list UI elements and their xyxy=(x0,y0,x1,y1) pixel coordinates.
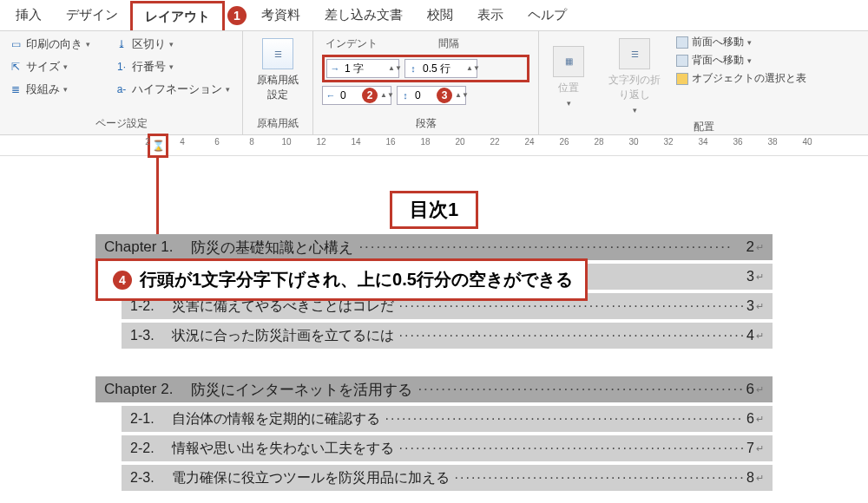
spin-right-indent[interactable]: ← 2 ▲▼ xyxy=(322,86,391,105)
input-right-indent[interactable] xyxy=(339,89,359,101)
btn-send-backward[interactable]: 背面へ移動▾ xyxy=(676,53,806,68)
menu-help[interactable]: ヘルプ xyxy=(516,2,579,29)
ruler-tick: 8 xyxy=(249,137,254,147)
chevron-down-icon: ▾ xyxy=(169,40,174,49)
chevron-down-icon: ▾ xyxy=(63,85,68,94)
input-left-indent[interactable] xyxy=(343,62,388,75)
input-before-spacing[interactable] xyxy=(421,62,466,75)
ruler-tick: 38 xyxy=(767,137,777,147)
toc-page: 7 xyxy=(743,441,754,456)
menu-insert[interactable]: 挿入 xyxy=(3,2,54,29)
callout-2: 2 xyxy=(362,88,378,103)
menu-design[interactable]: デザイン xyxy=(54,2,130,29)
group-label-paragraph: 段落 xyxy=(319,114,533,133)
toc-lead: Chapter 1. xyxy=(104,238,173,256)
group-label-page-setup: ページ設定 xyxy=(5,114,237,133)
ribbon: ▭印刷の向き▾ ⇱サイズ▾ ≣段組み▾ ⤓区切り▾ 1·行番号▾ a-ハイフネー… xyxy=(0,31,868,135)
indent-left-icon: → xyxy=(327,59,343,78)
chevron-down-icon: ▾ xyxy=(567,99,571,108)
columns-icon: ≣ xyxy=(9,82,23,96)
callout-3: 3 xyxy=(437,88,452,103)
btn-bring-forward[interactable]: 前面へ移動▾ xyxy=(676,35,806,49)
ruler[interactable]: ⌛ 246810121416182022242628303234363840 xyxy=(0,135,868,156)
indent-marker[interactable]: ⌛ xyxy=(148,134,168,158)
chevron-down-icon: ▾ xyxy=(633,106,637,114)
bring-forward-icon xyxy=(676,36,688,49)
ruler-tick: 32 xyxy=(663,137,673,147)
menu-view[interactable]: 表示 xyxy=(465,2,516,29)
position-icon: ▦ xyxy=(553,46,584,77)
chevron-down-icon: ▾ xyxy=(169,62,174,71)
btn-manuscript[interactable]: ☰ 原稿用紙 設定 xyxy=(248,35,307,106)
toc-lead: Chapter 2. xyxy=(104,381,173,398)
spinner-arrows[interactable]: ▲▼ xyxy=(388,65,398,72)
spacing-after-icon: ↕ xyxy=(398,86,413,105)
annotation-text: 行頭が1文字分字下げされ、上に0.5行分の空きができる xyxy=(140,268,573,291)
toc-heading-box: 目次1 xyxy=(95,191,773,229)
menu-references[interactable]: 考資料 xyxy=(249,2,312,29)
ruler-tick: 34 xyxy=(698,137,707,147)
spin-left-indent[interactable]: → ▲▼ xyxy=(326,59,399,78)
chevron-down-icon: ▾ xyxy=(86,40,90,49)
ruler-tick: 10 xyxy=(281,137,291,147)
btn-line-numbers[interactable]: 1·行番号▾ xyxy=(111,57,233,76)
toc-chapter-line: Chapter 2. 防災にインターネットを活用する··············… xyxy=(95,376,773,402)
spacing-before-icon: ↕ xyxy=(405,59,421,78)
spinner-arrows[interactable]: ▲▼ xyxy=(380,92,391,99)
ruler-tick: 22 xyxy=(490,137,499,147)
group-paragraph: インデント 間隔 → ▲▼ ↕ ▲▼ ← 2 xyxy=(313,31,539,134)
btn-hyphenation[interactable]: a-ハイフネーション▾ xyxy=(111,80,233,99)
toc-sub-line: 1-3. 状況に合った防災計画を立てるには···················… xyxy=(122,323,773,349)
toc-chapter-line: Chapter 1. 防災の基礎知識と心構え··················… xyxy=(95,234,773,260)
group-page-setup: ▭印刷の向き▾ ⇱サイズ▾ ≣段組み▾ ⤓区切り▾ 1·行番号▾ a-ハイフネー… xyxy=(0,31,243,134)
menu-mailings[interactable]: 差し込み文書 xyxy=(312,2,415,29)
btn-wrap[interactable]: ☰ 文字列の折 り返し ▾ xyxy=(600,35,669,118)
return-icon: ↵ xyxy=(754,443,764,454)
toc-page: 8 xyxy=(743,470,754,486)
menu-review[interactable]: 校閲 xyxy=(415,2,465,29)
toc-title: 情報や思い出を失わない工夫をする xyxy=(158,440,394,458)
callout-1: 1 xyxy=(227,6,247,25)
btn-columns[interactable]: ≣段組み▾ xyxy=(5,80,94,99)
toc-lead: 2-2. xyxy=(130,441,155,456)
spin-before-spacing[interactable]: ↕ ▲▼ xyxy=(404,59,477,78)
return-icon: ↵ xyxy=(754,301,764,312)
ruler-tick: 36 xyxy=(733,137,742,147)
spinner-arrows[interactable]: ▲▼ xyxy=(466,65,477,72)
ruler-tick: 18 xyxy=(420,137,430,147)
input-after-spacing[interactable] xyxy=(413,89,434,101)
menu-layout[interactable]: レイアウト xyxy=(130,1,225,30)
btn-position[interactable]: ▦ 位置 ▾ xyxy=(544,35,593,118)
annotation-4: 4 行頭が1文字分字下げされ、上に0.5行分の空きができる xyxy=(95,258,588,301)
spin-after-spacing[interactable]: ↕ 3 ▲▼ xyxy=(397,86,466,105)
toc-title: 防災にインターネットを活用する xyxy=(176,380,412,400)
callout-4: 4 xyxy=(113,271,132,290)
group-label-arrange: 配置 xyxy=(544,118,863,136)
toc-lead: 2-3. xyxy=(130,470,155,486)
toc-page: 3 xyxy=(743,298,754,314)
btn-breaks[interactable]: ⤓区切り▾ xyxy=(111,35,233,54)
spinner-arrows[interactable]: ▲▼ xyxy=(455,92,465,99)
group-label-manuscript: 原稿用紙 xyxy=(248,114,307,133)
toc-heading: 目次1 xyxy=(390,191,478,229)
btn-size[interactable]: ⇱サイズ▾ xyxy=(5,57,94,76)
toc-page: 6 xyxy=(743,381,754,398)
document-area: 目次1 Chapter 1. 防災の基礎知識と心構え··············… xyxy=(0,156,868,491)
ruler-tick: 16 xyxy=(385,137,395,147)
return-icon: ↵ xyxy=(754,473,764,484)
ruler-tick: 40 xyxy=(802,137,812,147)
btn-selection-pane[interactable]: オブジェクトの選択と表 xyxy=(676,71,806,86)
btn-orientation[interactable]: ▭印刷の向き▾ xyxy=(5,35,94,54)
selection-pane-icon xyxy=(676,73,688,85)
toc-dots: ········································… xyxy=(353,238,742,256)
ruler-tick: 4 xyxy=(180,137,185,147)
toc-title: 防災の基礎知識と心構え xyxy=(176,238,353,258)
orientation-icon: ▭ xyxy=(9,37,23,51)
toc-sub-line: 2-2. 情報や思い出を失わない工夫をする···················… xyxy=(122,435,773,461)
highlight-indent-spacing: → ▲▼ ↕ ▲▼ xyxy=(322,55,529,82)
toc-title: 電力確保に役立つツールを防災用品に加える xyxy=(158,469,450,487)
ruler-tick: 30 xyxy=(628,137,638,147)
ruler-tick: 24 xyxy=(524,137,534,147)
ruler-tick: 28 xyxy=(594,137,603,147)
toc-dots: ········································… xyxy=(394,328,744,343)
